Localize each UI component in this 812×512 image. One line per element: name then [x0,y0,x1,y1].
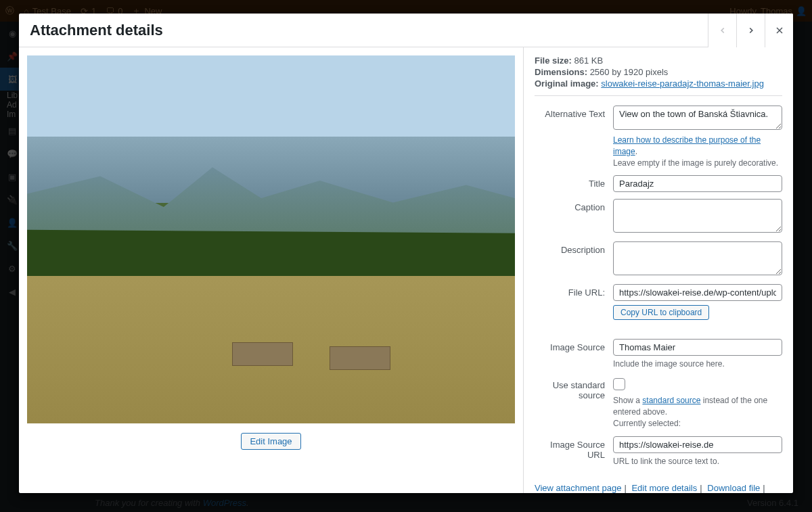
alt-text-input[interactable]: View on the town of Banská Štiavnica. [613,106,782,130]
download-link[interactable]: Download file [707,483,760,493]
description-label: Description [535,241,613,277]
source-url-help: URL to link the source text to. [613,456,782,467]
std-source-help: Show a standard source instead of the on… [613,395,782,429]
meta-dimensions: Dimensions: 2560 by 1920 pixels [535,67,782,77]
next-attachment-button[interactable] [736,14,765,47]
edit-more-link[interactable]: Edit more details [631,483,697,493]
copy-url-button[interactable]: Copy URL to clipboard [613,305,709,320]
edit-image-button[interactable]: Edit Image [241,433,300,450]
prev-attachment-button[interactable] [708,14,736,47]
standard-source-link[interactable]: standard source [642,396,700,405]
std-source-label: Use standard source [535,377,613,429]
caption-label: Caption [535,199,613,235]
description-input[interactable] [613,241,782,275]
meta-original: Original image: slowakei-reise-paradajz-… [535,78,782,89]
title-input[interactable] [613,175,782,192]
image-source-help: Include the image source here. [613,358,782,370]
modal-title: Attachment details [19,22,708,39]
image-source-input[interactable] [613,339,782,356]
close-button[interactable] [765,14,793,47]
fileurl-input[interactable] [613,284,782,301]
image-source-label: Image Source [535,339,613,370]
preview-pane: Edit Image [19,47,524,493]
std-source-checkbox[interactable] [613,378,625,390]
fileurl-label: File URL: [535,284,613,320]
alt-text-label: Alternative Text [535,106,613,168]
source-url-label: Image Source URL [535,436,613,467]
alt-help: Learn how to describe the purpose of the… [613,135,782,168]
caption-input[interactable] [613,199,782,233]
view-attachment-link[interactable]: View attachment page [535,483,621,493]
action-links: View attachment page| Edit more details|… [535,483,782,493]
meta-filesize: File size: 861 KB [535,55,782,66]
attachment-preview-image [27,55,515,423]
details-pane: File size: 861 KB Dimensions: 2560 by 19… [524,47,793,493]
modal-header: Attachment details [19,14,793,47]
original-image-link[interactable]: slowakei-reise-paradajz-thomas-maier.jpg [601,78,764,89]
title-label: Title [535,175,613,192]
attachment-details-modal: Attachment details Edit Image File size:… [19,14,793,493]
source-url-input[interactable] [613,436,782,453]
